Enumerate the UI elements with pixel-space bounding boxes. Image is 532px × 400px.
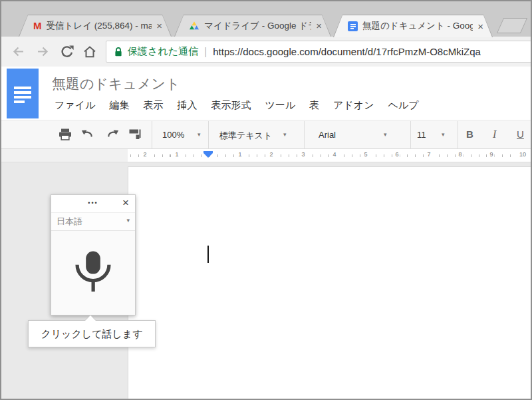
- ruler-number: 9: [488, 151, 494, 158]
- ruler-number: 7: [426, 151, 432, 158]
- chevron-down-icon[interactable]: ▾: [283, 131, 287, 138]
- tab-docs-active[interactable]: 無題のドキュメント - Googl ×: [333, 15, 493, 37]
- ruler-number: 8: [457, 151, 463, 158]
- docs-icon: [348, 21, 358, 31]
- microphone-button[interactable]: [51, 231, 135, 315]
- bold-button[interactable]: B: [466, 128, 473, 140]
- chevron-down-icon: ▾: [126, 217, 130, 224]
- browser-window: M 受信トレイ (255,864) - ma × マイドライブ - Google…: [0, 0, 532, 400]
- chevron-down-icon[interactable]: ▾: [442, 131, 445, 138]
- paragraph-style-select[interactable]: 標準テキスト: [219, 130, 272, 142]
- home-button[interactable]: [82, 44, 98, 60]
- voice-widget-header: ••• ×: [51, 195, 135, 212]
- chevron-down-icon[interactable]: ▾: [198, 131, 201, 138]
- secure-connection-label: 保護された通信: [128, 45, 198, 58]
- menu-insert[interactable]: 挿入: [177, 99, 197, 112]
- tab-title: 受信トレイ (255,864) - ma: [47, 20, 152, 32]
- address-bar[interactable]: 保護された通信 | https://docs.google.com/docume…: [106, 41, 532, 63]
- docs-header: 無題のドキュメント ファイル 編集 表示 挿入 表示形式 ツール 表 アドオン …: [0, 67, 532, 120]
- reload-button[interactable]: [59, 44, 74, 60]
- tooltip-text: クリックして話します: [29, 321, 155, 347]
- ruler-number: 1: [174, 151, 180, 158]
- indent-marker-triangle[interactable]: [203, 153, 213, 158]
- omnibox-divider: |: [204, 46, 207, 58]
- ruler-number: 5: [362, 151, 368, 158]
- font-size-select[interactable]: 11: [417, 130, 426, 140]
- toolbar-separator: [152, 121, 152, 148]
- document-canvas: ••• × 日本語 ▾ クリックして話します: [0, 162, 532, 399]
- tooltip-arrow-inner: [85, 315, 96, 321]
- tab-drive[interactable]: マイドライブ - Google ドライ ×: [174, 15, 331, 37]
- text-cursor: [207, 246, 209, 263]
- toolbar-separator: [208, 121, 209, 148]
- underline-button[interactable]: U: [517, 128, 524, 140]
- toolbar-separator: [458, 121, 458, 148]
- menu-addons[interactable]: アドオン: [333, 99, 374, 112]
- tab-title: 無題のドキュメント - Googl: [362, 20, 473, 32]
- docs-menubar: ファイル 編集 表示 挿入 表示形式 ツール 表 アドオン ヘルプ: [55, 99, 419, 112]
- ruler-number: 2: [268, 151, 274, 158]
- url-text: https://docs.google.com/document/d/17rfc…: [213, 46, 481, 57]
- forward-button[interactable]: [35, 44, 51, 60]
- italic-button[interactable]: I: [493, 128, 496, 140]
- drive-icon: [189, 21, 200, 31]
- docs-app-icon[interactable]: [7, 69, 39, 118]
- menu-tools[interactable]: ツール: [265, 99, 295, 112]
- chevron-down-icon[interactable]: ▾: [384, 131, 387, 138]
- voice-typing-widget: ••• × 日本語 ▾: [51, 194, 136, 315]
- tab-gmail[interactable]: M 受信トレイ (255,864) - ma ×: [19, 15, 172, 37]
- browser-toolbar: 保護された通信 | https://docs.google.com/docume…: [0, 37, 532, 67]
- font-select[interactable]: Arial: [319, 130, 336, 140]
- ruler-number: 10: [518, 151, 527, 158]
- options-dots-icon[interactable]: •••: [88, 200, 98, 206]
- microphone-icon: [74, 250, 112, 296]
- toolbar-separator: [410, 121, 411, 148]
- window-titlebar: [0, 0, 532, 15]
- menu-help[interactable]: ヘルプ: [388, 99, 419, 112]
- gmail-icon: M: [33, 21, 42, 31]
- menu-file[interactable]: ファイル: [55, 99, 95, 112]
- lock-icon: [114, 47, 122, 57]
- undo-icon[interactable]: [80, 127, 96, 146]
- language-select[interactable]: 日本語 ▾: [51, 212, 135, 231]
- tab-close-icon[interactable]: ×: [156, 21, 162, 31]
- tab-strip: M 受信トレイ (255,864) - ma × マイドライブ - Google…: [0, 15, 532, 37]
- document-page[interactable]: [128, 166, 532, 399]
- close-icon[interactable]: ×: [122, 197, 129, 208]
- ruler-number: 4: [331, 151, 337, 158]
- zoom-select[interactable]: 100%: [162, 130, 184, 140]
- language-label: 日本語: [57, 216, 82, 228]
- ruler: 2 1 1 2 3 4 5 6 7 8 9 10: [0, 149, 532, 162]
- back-button[interactable]: [11, 44, 27, 60]
- menu-edit[interactable]: 編集: [109, 99, 129, 112]
- docs-toolbar: 100% ▾ 標準テキスト ▾ Arial ▾ 11 ▾ B I U: [0, 120, 532, 149]
- tab-title: マイドライブ - Google ドライ: [204, 20, 311, 32]
- mic-tooltip: クリックして話します: [28, 320, 156, 347]
- tab-close-icon[interactable]: ×: [477, 21, 483, 31]
- menu-format[interactable]: 表示形式: [211, 99, 251, 112]
- redo-icon[interactable]: [104, 127, 120, 146]
- ruler-number: 3: [300, 151, 306, 158]
- menu-table[interactable]: 表: [309, 99, 319, 112]
- ruler-number: 1: [237, 151, 243, 158]
- ruler-number: 2: [142, 151, 148, 158]
- document-title[interactable]: 無題のドキュメント: [52, 75, 180, 93]
- tab-close-icon[interactable]: ×: [316, 21, 322, 31]
- toolbar-separator: [304, 121, 305, 148]
- print-icon[interactable]: [57, 126, 73, 145]
- new-tab-button[interactable]: [497, 18, 527, 33]
- menu-view[interactable]: 表示: [143, 99, 163, 112]
- paint-format-icon[interactable]: [127, 126, 143, 145]
- ruler-number: 6: [394, 151, 400, 158]
